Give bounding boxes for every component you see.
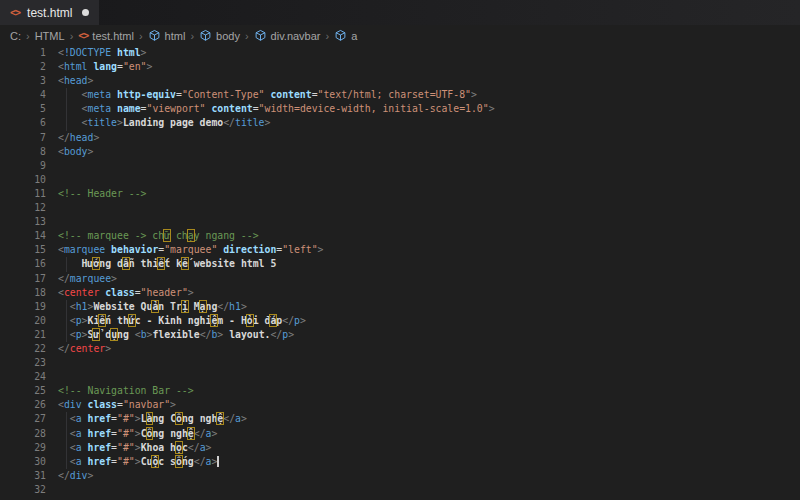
html-file-icon: <>: [10, 8, 20, 18]
code-line: 25<!-- Navigation Bar -->: [0, 384, 800, 398]
code-line: 1<!DOCTYPE html>: [0, 46, 800, 60]
code-line-text: </head>: [58, 131, 99, 145]
code-editor[interactable]: 1<!DOCTYPE html>2<html lang="en">3<head>…: [0, 46, 800, 497]
code-line: 30 <a href="#">Cuộc sống</a>: [0, 455, 800, 469]
breadcrumb-separator-icon: ›: [139, 30, 143, 42]
code-line-text: <a href="#">Công nghệ</a>: [58, 427, 217, 441]
line-number: 22: [0, 342, 58, 356]
tab-bar: <> test.html: [0, 0, 800, 25]
code-line: 7</head>: [0, 131, 800, 145]
code-line-text: </div>: [58, 469, 93, 483]
code-line: 28 <a href="#">Công nghệ</a>: [0, 427, 800, 441]
code-line: 10: [0, 173, 800, 187]
code-line-text: <marquee behavior="marquee" direction="l…: [58, 243, 324, 257]
line-number: 9: [0, 159, 58, 173]
breadcrumb-item[interactable]: body: [199, 29, 240, 42]
line-number: 14: [0, 229, 58, 243]
breadcrumb-item[interactable]: C:: [10, 30, 21, 42]
line-number: 5: [0, 102, 58, 116]
code-line: 23: [0, 356, 800, 370]
line-number: 15: [0, 243, 58, 257]
line-number: 21: [0, 328, 58, 342]
code-line: 4 <meta http-equiv="Content-Type" conten…: [0, 88, 800, 102]
text-cursor: [217, 456, 219, 467]
line-number: 17: [0, 272, 58, 286]
line-number: 27: [0, 412, 58, 426]
line-number: 28: [0, 427, 58, 441]
line-number: 8: [0, 145, 58, 159]
code-line-text: </center>: [58, 342, 111, 356]
breadcrumb-item[interactable]: HTML: [35, 30, 65, 42]
symbol-cube-icon: [148, 29, 161, 42]
code-line: 17</marquee>: [0, 272, 800, 286]
line-number: 26: [0, 398, 58, 412]
code-line: 22</center>: [0, 342, 800, 356]
code-line: 32: [0, 483, 800, 497]
breadcrumb-item-label: HTML: [35, 30, 65, 42]
breadcrumb: C:›HTML›<>test.html›html›body›div.navbar…: [0, 25, 800, 46]
code-line-text: <!-- marquee -> chữ chạy ngang -->: [58, 229, 259, 243]
tab-test-html[interactable]: <> test.html: [0, 0, 99, 25]
breadcrumb-item[interactable]: html: [148, 29, 186, 42]
code-line: 11<!-- Header -->: [0, 187, 800, 201]
line-number: 30: [0, 455, 58, 469]
code-line: 26<div class="navbar">: [0, 398, 800, 412]
code-line-text: <!-- Navigation Bar -->: [58, 384, 194, 398]
line-number: 20: [0, 314, 58, 328]
line-number: 29: [0, 441, 58, 455]
line-number: 31: [0, 469, 58, 483]
code-line-text: <!-- Header -->: [58, 187, 146, 201]
line-number: 24: [0, 370, 58, 384]
line-number: 12: [0, 201, 58, 215]
code-line-text: <a href="#">Làng Công nghệ</a>: [58, 412, 247, 426]
breadcrumb-item[interactable]: <>test.html: [78, 30, 134, 42]
code-line: 27 <a href="#">Làng Công nghệ</a>: [0, 412, 800, 426]
breadcrumb-item[interactable]: div.navbar: [254, 29, 321, 42]
code-line: 5 <meta name="viewport" content="width=d…: [0, 102, 800, 116]
code-line: 15<marquee behavior="marquee" direction=…: [0, 243, 800, 257]
line-number: 23: [0, 356, 58, 370]
code-line-text: Hướng dẫn thiết kế website html 5: [58, 257, 276, 271]
code-line-text: <p>Kiến thức - Kinh nghiệm - Hỏi đáp</p>: [58, 314, 306, 328]
code-line-text: <title>Landing page demo</title>: [58, 116, 270, 130]
line-number: 32: [0, 483, 58, 497]
code-line: 14<!-- marquee -> chữ chạy ngang -->: [0, 229, 800, 243]
code-line: 24: [0, 370, 800, 384]
code-line: 6 <title>Landing page demo</title>: [0, 116, 800, 130]
line-number: 13: [0, 215, 58, 229]
code-line: 19 <h1>Website Quản Trị Mạng</h1>: [0, 300, 800, 314]
code-line: 31</div>: [0, 469, 800, 483]
code-line: 3<head>: [0, 74, 800, 88]
line-number: 25: [0, 384, 58, 398]
breadcrumb-separator-icon: ›: [70, 30, 74, 42]
code-line-text: <p>Sử dụng <b>flexible</b> layout.</p>: [58, 328, 294, 342]
symbol-cube-icon: [254, 29, 267, 42]
tab-title: test.html: [27, 6, 72, 20]
breadcrumb-item[interactable]: a: [334, 29, 357, 42]
breadcrumb-separator-icon: ›: [190, 30, 194, 42]
code-line: 12: [0, 201, 800, 215]
breadcrumb-item-label: C:: [10, 30, 21, 42]
code-line: 13: [0, 215, 800, 229]
vscode-window: <> test.html C:›HTML›<>test.html›html›bo…: [0, 0, 800, 500]
line-number: 11: [0, 187, 58, 201]
code-line: 29 <a href="#">Khoa học</a>: [0, 441, 800, 455]
code-line-text: <meta http-equiv="Content-Type" content=…: [58, 88, 477, 102]
code-line: 2<html lang="en">: [0, 60, 800, 74]
breadcrumb-separator-icon: ›: [326, 30, 330, 42]
line-number: 16: [0, 257, 58, 271]
symbol-cube-icon: [199, 29, 212, 42]
code-line-text: <a href="#">Cuộc sống</a>: [58, 455, 219, 469]
code-line: 21 <p>Sử dụng <b>flexible</b> layout.</p…: [0, 328, 800, 342]
breadcrumb-item-label: html: [165, 30, 186, 42]
code-line: 20 <p>Kiến thức - Kinh nghiệm - Hỏi đáp<…: [0, 314, 800, 328]
line-number: 7: [0, 131, 58, 145]
code-line: 8<body>: [0, 145, 800, 159]
breadcrumb-item-label: a: [351, 30, 357, 42]
breadcrumb-item-label: body: [216, 30, 240, 42]
modified-indicator-dot[interactable]: [82, 9, 89, 16]
code-line: 9: [0, 159, 800, 173]
line-number: 10: [0, 173, 58, 187]
breadcrumb-item-label: div.navbar: [271, 30, 321, 42]
line-number: 18: [0, 286, 58, 300]
